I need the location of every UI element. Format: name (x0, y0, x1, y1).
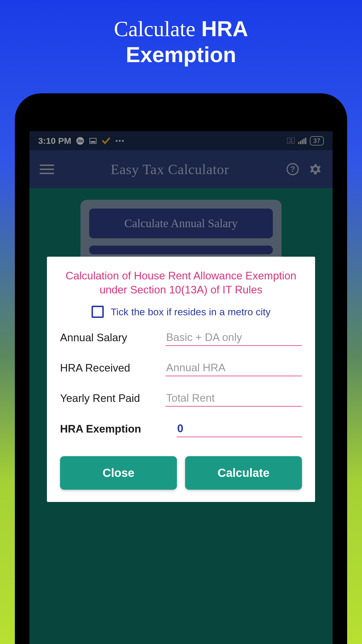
hra-exemption-modal: Calculation of House Rent Allowance Exem… (47, 257, 315, 502)
hra-received-row: HRA Received (60, 360, 302, 376)
promo-title: Calculate HRA Exemption (0, 0, 362, 68)
metro-city-checkbox[interactable] (92, 306, 104, 318)
annual-salary-row: Annual Salary (60, 330, 302, 346)
yearly-rent-label: Yearly Rent Paid (60, 392, 160, 405)
hra-exemption-label: HRA Exemption (60, 423, 171, 435)
hra-exemption-value: 0 (177, 421, 302, 437)
modal-title: Calculation of House Rent Allowance Exem… (60, 269, 302, 297)
modal-button-row: Close Calculate (60, 456, 302, 490)
yearly-rent-row: Yearly Rent Paid (60, 390, 302, 407)
phone-frame: 3:10 PM Jio ••• VoLTE 37 (15, 93, 347, 644)
hra-exemption-row: HRA Exemption 0 (60, 421, 302, 437)
phone-screen: 3:10 PM Jio ••• VoLTE 37 (29, 131, 333, 644)
annual-salary-label: Annual Salary (60, 332, 160, 344)
promo-line2-bold: Exemption (126, 43, 236, 67)
metro-city-checkbox-label: Tick the box if resides in a metro city (111, 306, 271, 318)
yearly-rent-input[interactable] (166, 390, 302, 407)
hra-received-label: HRA Received (60, 362, 160, 374)
metro-city-checkbox-row[interactable]: Tick the box if resides in a metro city (60, 306, 302, 318)
annual-salary-input[interactable] (166, 330, 302, 346)
calculate-button[interactable]: Calculate (185, 456, 302, 490)
hra-received-input[interactable] (166, 360, 302, 376)
promo-line1-bold: HRA (201, 17, 248, 41)
close-button[interactable]: Close (60, 456, 177, 490)
promo-line1-light: Calculate (114, 17, 195, 41)
